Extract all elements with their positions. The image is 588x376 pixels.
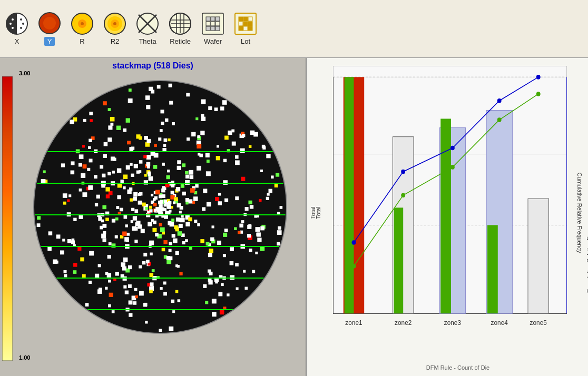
toolbar: X Y R R2 Theta xyxy=(0,0,588,58)
svg-point-10 xyxy=(43,17,56,29)
svg-rect-41 xyxy=(243,17,248,21)
svg-rect-40 xyxy=(239,17,243,21)
r2-icon xyxy=(103,12,126,35)
svg-rect-46 xyxy=(239,26,243,31)
toolbar-item-lot[interactable]: Lot xyxy=(234,12,257,45)
cum-blue-dot2 xyxy=(401,170,405,174)
main-content: 3.00 1.00 stackmap (518 Dies) Total xyxy=(0,58,588,376)
bar-chart: 140.00 100 50.00 0 100% 80% 60% 40% 20% … xyxy=(333,66,567,336)
svg-point-8 xyxy=(20,27,22,29)
scale-max-label: 3.00 xyxy=(19,70,30,76)
bar-zone4-green xyxy=(487,225,498,313)
svg-text:zone4: zone4 xyxy=(491,319,508,326)
wafer-icon xyxy=(201,12,224,35)
toolbar-item-r2[interactable]: R2 xyxy=(103,12,126,45)
r-icon xyxy=(71,12,94,35)
y-label: Y xyxy=(44,37,55,46)
svg-rect-44 xyxy=(243,22,248,26)
toolbar-item-theta[interactable]: Theta xyxy=(136,12,159,45)
theta-label: Theta xyxy=(139,37,156,45)
toolbar-item-r[interactable]: R xyxy=(71,12,94,45)
lot-icon xyxy=(234,12,257,35)
chart-container: 140.00 100 50.00 0 100% 80% 60% 40% 20% … xyxy=(333,66,567,336)
cum-blue-dot4 xyxy=(497,98,502,103)
x-axis-label: DFM Rule - Count of Die xyxy=(312,364,583,371)
cum-green-dot4 xyxy=(497,117,502,122)
svg-rect-30 xyxy=(206,17,210,21)
svg-rect-37 xyxy=(211,26,215,31)
wafer-canvas xyxy=(26,73,295,341)
svg-text:zone1: zone1 xyxy=(345,319,362,326)
cum-green-dot1 xyxy=(352,264,356,269)
cum-green-dot2 xyxy=(401,193,405,198)
wafer-label: Wafer xyxy=(204,37,222,45)
svg-text:zone5: zone5 xyxy=(530,319,547,326)
bar-zone5-white xyxy=(528,199,548,313)
r-label: R xyxy=(80,37,84,45)
cum-blue-dot1 xyxy=(352,240,356,245)
reticle-icon xyxy=(169,12,192,35)
cum-green-dot3 xyxy=(450,165,455,170)
stackmap-title: stackmap (518 Dies) xyxy=(112,58,193,73)
right-panel: Total xyxy=(307,58,588,376)
svg-rect-29 xyxy=(202,13,223,34)
svg-rect-48 xyxy=(248,26,252,31)
y-icon xyxy=(38,12,61,35)
cum-blue-dot3 xyxy=(450,146,455,151)
y-axis-right-label: Cumulative Relative Frequency xyxy=(586,213,588,293)
bar-zone3-green xyxy=(440,118,451,313)
cum-blue-dot5 xyxy=(536,75,541,80)
svg-rect-36 xyxy=(206,26,210,31)
toolbar-item-reticle[interactable]: Reticle xyxy=(169,12,192,45)
reticle-label: Reticle xyxy=(170,37,191,45)
svg-rect-31 xyxy=(211,17,215,21)
svg-point-3 xyxy=(12,18,14,21)
lot-label: Lot xyxy=(241,37,250,45)
svg-point-13 xyxy=(81,22,84,25)
cum-green-dot5 xyxy=(536,92,541,96)
svg-rect-32 xyxy=(215,17,220,21)
bar-zone2-green xyxy=(394,207,403,313)
r2-label: R2 xyxy=(111,37,120,45)
total-y-label: Total xyxy=(315,206,321,219)
toolbar-item-x[interactable]: X xyxy=(5,12,28,45)
svg-text:zone3: zone3 xyxy=(444,319,461,326)
svg-point-4 xyxy=(9,23,12,25)
svg-point-7 xyxy=(22,23,24,25)
svg-rect-38 xyxy=(215,26,220,31)
svg-point-5 xyxy=(12,27,14,29)
svg-point-6 xyxy=(20,18,22,21)
cumfreq-y-label: Cumulative Relative Frequency xyxy=(576,173,583,253)
x-label: X xyxy=(15,37,19,45)
theta-icon xyxy=(136,12,159,35)
bar-zone1-green xyxy=(345,77,354,313)
color-scale: 3.00 1.00 xyxy=(2,76,13,361)
toolbar-item-y[interactable]: Y xyxy=(38,12,61,46)
svg-rect-45 xyxy=(248,22,252,26)
svg-point-17 xyxy=(113,22,116,25)
x-icon xyxy=(5,12,28,35)
toolbar-item-wafer[interactable]: Wafer xyxy=(201,12,224,45)
left-panel: 3.00 1.00 stackmap (518 Dies) xyxy=(0,58,307,376)
svg-text:zone2: zone2 xyxy=(395,319,411,326)
scale-min-label: 1.00 xyxy=(19,354,30,361)
